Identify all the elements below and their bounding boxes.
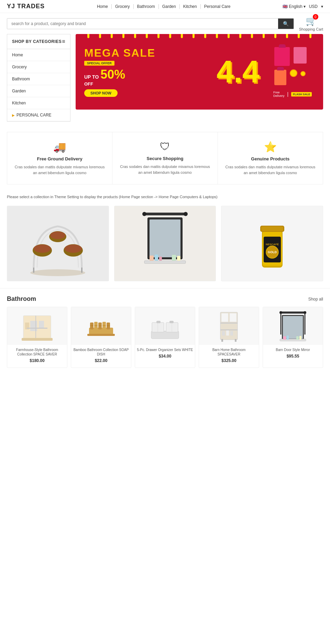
product-card-2[interactable]: Bamboo Bathroom Collection SOAP DISH $22… <box>71 307 131 368</box>
sidebar-item-personal-care[interactable]: ▶ PERSONAL CARE <box>7 109 70 121</box>
featured-product-3[interactable]: NESCAFÉ GOLD <box>221 206 323 281</box>
sidebar-link-garden[interactable]: Garden <box>7 85 70 97</box>
sidebar-link-grocery[interactable]: Grocery <box>7 61 70 73</box>
organizer-svg <box>148 309 182 343</box>
feature-delivery-desc: Cras sodales dan mattis dulputate mivamu… <box>14 164 105 176</box>
sidebar-item-bathroom[interactable]: Bathroom <box>7 73 70 85</box>
product-grid: Farmhouse-Style Bathroom Collection SPAC… <box>0 307 330 378</box>
nav-home[interactable]: Home <box>94 4 112 9</box>
product-card-1[interactable]: Farmhouse-Style Bathroom Collection SPAC… <box>7 307 67 368</box>
product-name-5: Barn Door Style Mirror <box>263 345 323 353</box>
nav-personal-care[interactable]: Personal Care <box>201 4 234 9</box>
svg-rect-72 <box>283 336 286 340</box>
product-price-1: $180.00 <box>7 357 67 364</box>
sidebar-link-bathroom[interactable]: Bathroom <box>7 73 70 85</box>
svg-point-11 <box>184 212 188 216</box>
sidebar: Shop By CATEGORIES ≡ Home Grocery Bathro… <box>7 34 70 122</box>
svg-rect-55 <box>220 323 238 324</box>
star-icon: ⭐ <box>225 141 316 153</box>
svg-rect-58 <box>230 313 236 322</box>
up-to-text: UP TO <box>84 74 99 80</box>
product-card-3[interactable]: 5-Pc. Drawer Organizer Sets WHITE $34.00 <box>135 307 195 368</box>
product-card-5[interactable]: Barn Door Style Mirror $95.55 <box>263 307 323 368</box>
nav-garden[interactable]: Garden <box>159 4 180 9</box>
main-layout: Shop By CATEGORIES ≡ Home Grocery Bathro… <box>0 34 330 122</box>
svg-text:NESCAFÉ: NESCAFÉ <box>266 243 279 246</box>
features-strip: 🚚 Free Ground Delivery Cras sodales dan … <box>7 132 323 184</box>
featured-product-1[interactable] <box>7 206 109 281</box>
product-name-2: Bamboo Bathroom Collection SOAP DISH <box>71 345 131 357</box>
featured-images: NESCAFÉ GOLD <box>0 202 330 288</box>
svg-rect-40 <box>107 323 110 329</box>
feature-delivery: 🚚 Free Ground Delivery Cras sodales dan … <box>7 132 112 184</box>
bathroom-section-header: Bathroom Shop all <box>0 288 330 307</box>
svg-point-66 <box>304 311 306 314</box>
nav-grocery[interactable]: Grocery <box>112 4 134 9</box>
gift-bag-1 <box>274 47 290 66</box>
shop-now-button[interactable]: SHOP NOW <box>84 89 118 97</box>
svg-rect-19 <box>177 256 180 261</box>
bathroom-section-title: Bathroom <box>7 295 36 303</box>
banner-wrap: MEGA SALE SPECIAL OFFER UP TO 50% OFF SH… <box>76 34 323 110</box>
svg-rect-56 <box>220 329 238 330</box>
sidebar-item-grocery[interactable]: Grocery <box>7 61 70 73</box>
svg-rect-17 <box>159 257 162 261</box>
sidebar-title: Shop By CATEGORIES <box>12 39 62 44</box>
shop-all-link[interactable]: Shop all <box>308 297 323 302</box>
barn-home-svg <box>212 309 246 343</box>
product-img-3 <box>135 307 195 345</box>
bamboo-svg <box>84 309 118 343</box>
svg-point-2 <box>34 245 51 253</box>
arrow-icon: ▶ <box>12 113 15 117</box>
feature-genuine-desc: Cras sodales dan mattis dulputate mivamu… <box>225 164 316 176</box>
product-name-4: Barn Home Bathroom SPACESAVER <box>199 345 259 357</box>
svg-rect-64 <box>281 312 305 314</box>
svg-rect-73 <box>287 336 289 340</box>
featured-product-2[interactable] <box>114 206 216 281</box>
flash-sale-badge: FLASH SALE <box>291 92 312 97</box>
svg-rect-62 <box>221 339 223 342</box>
big-number: 4.4 <box>217 56 260 87</box>
farmhouse-svg <box>20 309 54 343</box>
currency-selector[interactable]: USD <box>309 4 318 9</box>
sidebar-item-home[interactable]: Home <box>7 49 70 61</box>
svg-point-65 <box>279 311 282 314</box>
svg-rect-53 <box>169 321 174 323</box>
search-input[interactable] <box>7 19 278 29</box>
nav-kitchen[interactable]: Kitchen <box>180 4 201 9</box>
hamburger-icon[interactable]: ≡ <box>62 38 65 45</box>
nav-links: Home Grocery Bathroom Garden Kitchen Per… <box>94 4 234 9</box>
svg-rect-13 <box>150 219 180 257</box>
coin-2 <box>300 71 306 76</box>
product-price-5: $95.55 <box>263 353 323 360</box>
sidebar-link-kitchen[interactable]: Kitchen <box>7 97 70 109</box>
svg-rect-9 <box>144 213 186 215</box>
discount-text: 50% <box>100 68 125 81</box>
sidebar-item-garden[interactable]: Garden <box>7 85 70 97</box>
feature-secure-desc: Cras sodales dan mattis dulputate mivamu… <box>119 164 210 175</box>
banner-text-col: MEGA SALE SPECIAL OFFER UP TO 50% OFF SH… <box>84 47 210 97</box>
feature-genuine: ⭐ Genuine Products Cras sodales dan matt… <box>218 132 323 184</box>
svg-rect-63 <box>235 339 236 342</box>
banner-gifts-col: FreeDelivery | FLASH SALE <box>273 46 315 98</box>
sidebar-link-personal-care[interactable]: ▶ PERSONAL CARE <box>7 109 70 121</box>
svg-rect-75 <box>299 336 301 340</box>
svg-text:GOLD: GOLD <box>268 250 277 254</box>
sidebar-link-home[interactable]: Home <box>7 49 70 61</box>
product-price-3: $34.00 <box>135 353 195 360</box>
search-button[interactable]: 🔍 <box>278 19 294 29</box>
divider-icon: | <box>287 91 289 97</box>
cart-area[interactable]: 🛒 0 Shopping Cart <box>299 16 323 31</box>
nav-right: 🇬🇧 English ▾ USD ▾ <box>283 4 323 9</box>
site-logo: YJ TRADES <box>7 3 45 10</box>
sidebar-item-kitchen[interactable]: Kitchen <box>7 97 70 109</box>
door-mirror-svg <box>276 309 310 343</box>
flag-icon: 🇬🇧 <box>283 4 288 9</box>
chevron-down-icon: ▾ <box>304 4 306 9</box>
product-name-1: Farmhouse-Style Bathroom Collection SPAC… <box>7 345 67 357</box>
nav-bathroom[interactable]: Bathroom <box>134 4 159 9</box>
language-selector[interactable]: 🇬🇧 English ▾ <box>283 4 305 9</box>
search-row: 🔍 🛒 0 Shopping Cart <box>0 13 330 34</box>
mega-sale-title: MEGA SALE <box>84 47 210 59</box>
product-card-4[interactable]: Barn Home Bathroom SPACESAVER $325.00 <box>199 307 259 368</box>
